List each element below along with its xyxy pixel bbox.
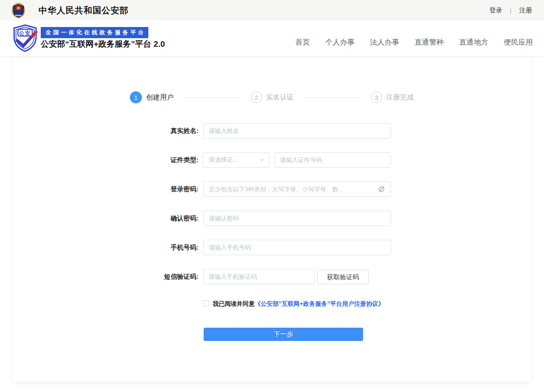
agreement-prefix: 我已阅读并同意	[213, 300, 255, 307]
login-link[interactable]: 登录	[490, 6, 502, 15]
step-2-circle: 2	[251, 92, 262, 103]
agreement-row: 我已阅读并同意《公安部“互联网+政务服务”平台用户注册协议》	[203, 299, 385, 308]
confirm-password-input[interactable]	[203, 211, 391, 226]
step-3-label: 注册完成	[386, 93, 414, 102]
platform-title: 公安部“互联网+政务服务”平台 2.0	[41, 39, 165, 50]
id-number-input[interactable]	[274, 152, 391, 168]
step-register-done: 3 注册完成	[371, 92, 414, 103]
real-name-row: 真实姓名:	[13, 123, 531, 139]
confirm-password-label: 确认密码:	[56, 211, 198, 226]
real-name-label: 真实姓名:	[56, 123, 198, 139]
next-step-button[interactable]: 下一步	[204, 328, 363, 341]
real-name-input[interactable]	[203, 123, 391, 139]
national-platform-banner: 全国一体化在线政务服务平台	[41, 27, 148, 38]
chevron-down-icon	[259, 157, 264, 163]
phone-input[interactable]	[203, 240, 391, 255]
nav-home[interactable]: 首页	[295, 37, 310, 47]
agreement-checkbox[interactable]	[203, 300, 209, 306]
step-1-circle: 1	[130, 91, 142, 103]
id-type-label: 证件类型:	[56, 152, 198, 168]
police-badge-icon	[11, 2, 26, 18]
nav-personal-services[interactable]: 个人办事	[325, 37, 355, 47]
sms-code-row: 短信验证码: 获取验证码	[13, 269, 531, 284]
password-input[interactable]	[203, 181, 391, 197]
id-type-row: 证件类型: 请选择证...	[13, 152, 531, 168]
registration-card: 1 创建用户 2 实名认证 3 注册完成 真实姓名: 证件类型: 请选择证...…	[13, 57, 531, 382]
svg-text:公安: 公安	[19, 30, 31, 36]
phone-row: 手机号码:	[13, 240, 531, 255]
sms-code-label: 短信验证码:	[56, 269, 198, 284]
get-sms-code-button[interactable]: 获取验证码	[317, 270, 369, 284]
step-indicator: 1 创建用户 2 实名认证 3 注册完成	[13, 91, 531, 103]
main-nav: 首页 个人办事 法人办事 直通警种 直通地方 便民应用	[295, 37, 533, 47]
gongan-shield-icon: 公安	[12, 24, 39, 53]
step-2-label: 实名认证	[266, 93, 294, 102]
nav-legal-person-services[interactable]: 法人办事	[370, 37, 399, 47]
nav-local-services[interactable]: 直通地方	[459, 37, 488, 47]
nav-police-categories[interactable]: 直通警种	[415, 37, 444, 47]
divider: |	[510, 7, 511, 14]
step-identity-verify: 2 实名认证	[251, 92, 294, 103]
password-row: 登录密码:	[13, 181, 531, 197]
step-create-user: 1 创建用户	[130, 91, 174, 103]
eye-off-icon[interactable]	[377, 185, 386, 193]
site-title: 中华人民共和国公安部	[39, 5, 129, 16]
step-connector	[305, 97, 360, 98]
nav-convenience-apps[interactable]: 便民应用	[504, 37, 533, 47]
password-label: 登录密码:	[56, 181, 198, 197]
id-type-select-placeholder: 请选择证...	[209, 156, 259, 164]
header: 公安 全国一体化在线政务服务平台 公安部“互联网+政务服务”平台 2.0 首页 …	[0, 21, 544, 57]
phone-label: 手机号码:	[56, 240, 198, 255]
topbar: 中华人民共和国公安部 登录 | 注册	[0, 0, 544, 21]
agreement-text: 我已阅读并同意《公安部“互联网+政务服务”平台用户注册协议》	[213, 299, 385, 308]
register-link[interactable]: 注册	[519, 6, 532, 15]
sms-code-input[interactable]	[203, 269, 315, 284]
step-3-circle: 3	[371, 92, 382, 103]
id-type-select[interactable]: 请选择证...	[203, 152, 269, 168]
step-1-label: 创建用户	[146, 93, 174, 102]
confirm-password-row: 确认密码:	[13, 211, 531, 226]
account-links: 登录 | 注册	[490, 0, 532, 21]
agreement-link[interactable]: 《公安部“互联网+政务服务”平台用户注册协议》	[255, 300, 384, 307]
step-connector	[185, 97, 240, 98]
